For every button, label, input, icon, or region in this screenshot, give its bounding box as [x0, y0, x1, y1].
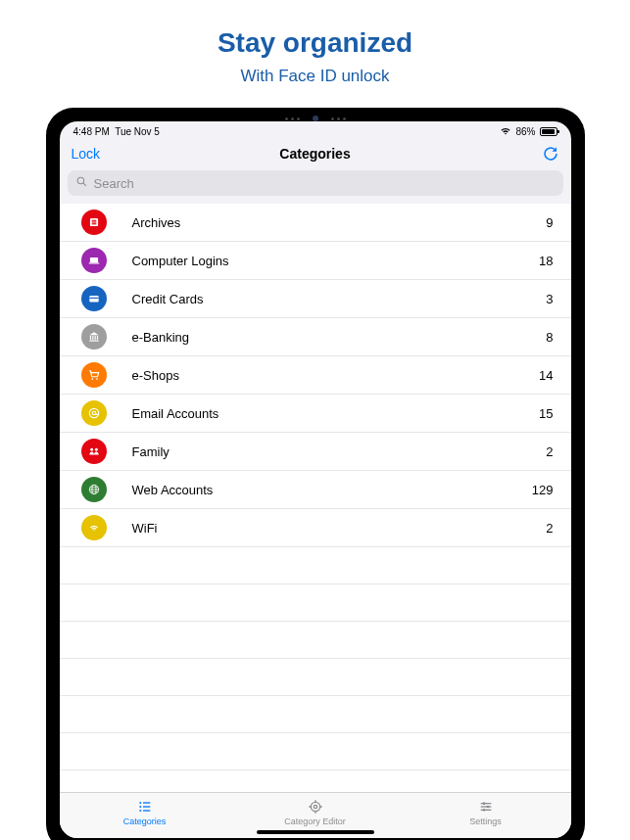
status-time: 4:48 PM Tue Nov 5 [73, 126, 160, 137]
category-label: WiFi [132, 521, 547, 536]
empty-row [60, 696, 571, 733]
svg-rect-5 [91, 223, 96, 224]
svg-point-16 [96, 378, 98, 380]
svg-point-33 [314, 805, 316, 808]
category-label: e-Banking [132, 330, 547, 345]
svg-rect-6 [89, 257, 97, 262]
category-row[interactable]: Computer Logins18 [60, 242, 571, 280]
svg-rect-10 [89, 336, 90, 340]
svg-rect-13 [96, 336, 97, 340]
category-label: Family [132, 444, 547, 459]
promo-title: Stay organized [0, 27, 630, 59]
search-icon [75, 175, 88, 191]
empty-row [60, 622, 571, 659]
category-label: Archives [132, 215, 547, 230]
promo-subtitle: With Face ID unlock [0, 67, 630, 86]
wifi-icon [81, 515, 107, 540]
svg-rect-27 [143, 802, 150, 803]
list-icon [137, 799, 153, 815]
category-count: 8 [546, 330, 553, 345]
category-row[interactable]: Web Accounts129 [60, 471, 571, 509]
globe-icon [81, 477, 107, 502]
empty-row [60, 733, 571, 770]
category-row[interactable]: e-Banking8 [60, 318, 571, 356]
category-list[interactable]: Archives9Computer Logins18Credit Cards3e… [60, 204, 571, 792]
at-icon [81, 400, 107, 426]
sliders-icon [478, 799, 494, 815]
device-frame: 4:48 PM Tue Nov 5 86% Lock Categories Se… [46, 108, 585, 840]
category-count: 9 [546, 215, 553, 230]
category-count: 15 [539, 406, 553, 421]
category-label: Web Accounts [132, 483, 532, 497]
svg-rect-7 [88, 262, 99, 263]
svg-point-32 [311, 802, 319, 811]
bank-icon [81, 324, 107, 350]
svg-rect-9 [89, 298, 98, 299]
laptop-icon [81, 248, 107, 273]
empty-row [60, 770, 571, 792]
category-count: 129 [532, 483, 554, 497]
svg-point-30 [139, 810, 141, 812]
category-count: 3 [546, 292, 553, 306]
svg-point-15 [91, 378, 93, 380]
search-input[interactable]: Search [68, 170, 563, 196]
archive-icon [81, 210, 107, 235]
svg-point-26 [139, 802, 141, 804]
svg-rect-8 [89, 296, 98, 302]
tab-category-editor[interactable]: Category Editor [230, 799, 401, 826]
empty-row [60, 547, 571, 584]
category-row[interactable]: WiFi2 [60, 509, 571, 547]
device-screen: 4:48 PM Tue Nov 5 86% Lock Categories Se… [60, 121, 571, 838]
battery-icon [540, 127, 557, 136]
svg-point-20 [94, 448, 97, 451]
category-label: Computer Logins [132, 254, 540, 268]
gear-icon [308, 799, 323, 815]
category-row[interactable]: Email Accounts15 [60, 395, 571, 433]
svg-rect-14 [89, 341, 98, 342]
svg-rect-29 [143, 806, 150, 807]
family-icon [81, 439, 107, 464]
svg-rect-4 [91, 221, 96, 222]
battery-percent: 86% [515, 126, 535, 137]
card-icon [81, 286, 107, 311]
svg-point-28 [139, 806, 141, 808]
svg-rect-31 [143, 810, 150, 811]
page-title: Categories [279, 146, 350, 162]
svg-rect-11 [92, 336, 93, 340]
empty-row [60, 584, 571, 622]
cart-icon [81, 362, 107, 388]
wifi-icon [500, 125, 511, 137]
svg-line-1 [83, 183, 86, 186]
tab-label: Categories [123, 817, 167, 826]
tab-categories[interactable]: Categories [60, 799, 230, 826]
category-count: 14 [539, 368, 553, 383]
category-count: 18 [539, 254, 553, 268]
status-bar: 4:48 PM Tue Nov 5 86% [60, 121, 571, 139]
lock-button[interactable]: Lock [72, 146, 101, 162]
category-label: e-Shops [132, 368, 540, 383]
tab-settings[interactable]: Settings [401, 799, 571, 826]
status-right: 86% [500, 125, 557, 137]
home-indicator [257, 830, 374, 834]
category-row[interactable]: Credit Cards3 [60, 280, 571, 318]
svg-point-39 [482, 809, 485, 812]
category-row[interactable]: Family2 [60, 433, 571, 471]
svg-point-35 [482, 802, 485, 805]
empty-row [60, 659, 571, 696]
category-label: Credit Cards [132, 292, 547, 306]
tab-label: Category Editor [284, 817, 346, 826]
category-row[interactable]: Archives9 [60, 204, 571, 242]
svg-point-19 [90, 448, 93, 451]
svg-rect-12 [94, 336, 95, 340]
refresh-button[interactable] [542, 145, 559, 163]
category-count: 2 [546, 521, 553, 536]
svg-point-17 [89, 408, 98, 417]
svg-rect-3 [91, 220, 96, 221]
nav-bar: Lock Categories [60, 139, 571, 170]
category-count: 2 [546, 444, 553, 459]
refresh-icon [542, 145, 559, 163]
category-row[interactable]: e-Shops14 [60, 356, 571, 395]
svg-point-37 [486, 806, 489, 809]
svg-point-0 [77, 177, 84, 184]
category-label: Email Accounts [132, 406, 540, 421]
